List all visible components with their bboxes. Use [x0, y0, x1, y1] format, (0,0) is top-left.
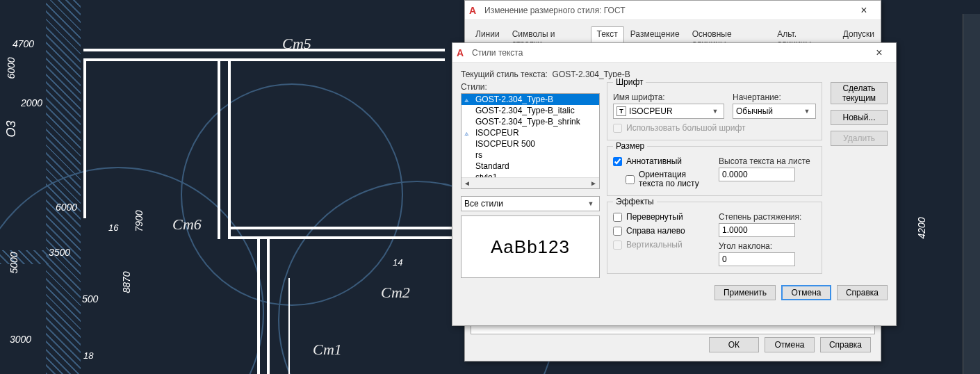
style-list-item[interactable]: Standard [462, 161, 599, 172]
cad-label: Ст1 [313, 341, 342, 359]
style-item-label: GOST-2.304_Type-B [475, 95, 553, 104]
cad-dim: О3 [4, 120, 19, 137]
right-ruler [963, 14, 980, 374]
style-item-label: GOST-2.304_Type-B_italic [475, 106, 575, 115]
font-name-label: Имя шрифта: [613, 92, 724, 102]
new-style-button[interactable]: Новый... [831, 110, 888, 125]
tab-tolerances[interactable]: Допуски [837, 26, 881, 43]
height-input[interactable] [719, 168, 795, 181]
vertical-checkbox [613, 241, 622, 250]
style-item-label: rs [475, 150, 482, 160]
app-icon: A [469, 5, 480, 16]
dialog-title: Изменение размерного стиля: ГОСТ [484, 6, 851, 15]
chevron-down-icon: ▼ [585, 200, 596, 207]
vertical-label: Вертикальный [626, 240, 683, 250]
truetype-icon: T [616, 106, 626, 116]
font-group: Шрифт Имя шрифта: T ISOCPEUR ▼ Начертани… [607, 82, 822, 140]
font-group-legend: Шрифт [613, 77, 646, 87]
flipped-checkbox[interactable] [613, 213, 622, 222]
cad-dim: 14 [393, 257, 402, 268]
orient-label: Ориентация текста по листу [639, 170, 710, 188]
size-group-legend: Размер [613, 141, 647, 151]
rtl-checkbox[interactable] [613, 227, 622, 236]
style-list-item[interactable]: ISOCPEUR 500 [462, 138, 599, 149]
style-list-item[interactable]: ⟁GOST-2.304_Type-B [462, 94, 599, 105]
scroll-left-icon[interactable]: ◄ [462, 178, 473, 188]
cancel-button[interactable]: Отмена [781, 285, 831, 300]
current-style-label: Текущий стиль текста: [461, 70, 548, 79]
flipped-label: Перевернутый [626, 212, 683, 222]
font-style-value: Обычный [736, 106, 801, 116]
annotative-icon: ⟁ [464, 129, 469, 137]
tab-text[interactable]: Текст [591, 26, 624, 43]
height-label: Высота текста на листе [719, 156, 816, 166]
cad-dim: 6000 [6, 57, 17, 79]
styles-listbox[interactable]: ⟁GOST-2.304_Type-BGOST-2.304_Type-B_ital… [461, 93, 600, 189]
cad-dim: 3000 [10, 334, 31, 345]
style-list-item[interactable]: GOST-2.304_Type-B_italic [462, 105, 599, 116]
cad-label: Ст6 [172, 216, 202, 234]
set-current-button[interactable]: Сделать текущим [831, 82, 888, 104]
list-hscrollbar[interactable]: ◄ ► [462, 177, 599, 188]
cad-dim: 3500 [49, 247, 70, 258]
tab-symbols[interactable]: Символы и стрелки [506, 26, 591, 43]
cad-dim: 18 [83, 350, 93, 361]
tab-primary-units[interactable]: Основные единицы [686, 26, 771, 43]
style-item-label: ISOCPEUR 500 [475, 139, 535, 149]
font-name-combo[interactable]: T ISOCPEUR ▼ [613, 104, 724, 119]
chevron-down-icon: ▼ [710, 108, 721, 115]
cad-label: Ст5 [282, 35, 311, 53]
effects-group-legend: Эффекты [613, 197, 657, 206]
text-style-dialog: A Стили текста × Текущий стиль текста: G… [452, 42, 897, 326]
bigfont-checkbox [613, 124, 622, 133]
tab-fit[interactable]: Размещение [624, 26, 686, 43]
dimstyle-tabs: Линии Символы и стрелки Текст Размещение… [465, 26, 881, 42]
oblique-label: Угол наклона: [719, 241, 816, 251]
help-button[interactable]: Справка [837, 285, 888, 300]
annotative-icon: ⟁ [464, 95, 469, 104]
cad-dim: 7900 [133, 210, 145, 231]
tab-alt-units[interactable]: Альт. единицы [771, 26, 837, 43]
style-list-item[interactable]: rs [462, 149, 599, 161]
cad-dim: 16 [108, 222, 118, 233]
font-preview: AaBb123 [461, 216, 600, 278]
cad-dim: 500 [82, 293, 98, 304]
ok-button[interactable]: ОК [709, 337, 759, 352]
cad-dim: 4700 [13, 38, 34, 49]
style-list-item[interactable]: ⟁ISOCPEUR [462, 127, 599, 138]
rtl-label: Справа налево [626, 226, 685, 236]
delete-style-button[interactable]: Удалить [831, 131, 888, 146]
app-icon: A [457, 47, 468, 58]
cad-label: Ст2 [381, 284, 410, 302]
dialog-titlebar[interactable]: A Изменение размерного стиля: ГОСТ × [465, 1, 881, 20]
close-icon[interactable]: × [851, 1, 876, 19]
help-button[interactable]: Справка [820, 337, 871, 352]
cad-dim: 6000 [56, 202, 77, 213]
current-style-line: Текущий стиль текста: GOST-2.304_Type-B [452, 63, 896, 82]
styles-label: Стили: [461, 82, 600, 92]
close-icon[interactable]: × [867, 44, 892, 62]
cancel-button[interactable]: Отмена [765, 337, 815, 352]
font-name-value: ISOCPEUR [629, 106, 710, 116]
oblique-input[interactable] [719, 252, 795, 266]
cad-dim: 2000 [21, 97, 42, 108]
font-style-combo[interactable]: Обычный ▼ [733, 104, 816, 119]
dialog-titlebar[interactable]: A Стили текста × [452, 43, 896, 63]
size-group: Размер Аннотативный Ориентация текста по… [607, 146, 822, 196]
chevron-down-icon: ▼ [801, 108, 812, 115]
stretch-input[interactable] [719, 223, 795, 237]
style-item-label: Standard [475, 161, 509, 171]
bigfont-row: Использовать большой шрифт [613, 123, 816, 133]
tab-lines[interactable]: Линии [469, 26, 506, 43]
font-style-label: Начертание: [733, 92, 816, 102]
annotative-label: Аннотативный [626, 156, 682, 166]
stretch-label: Степень растяжения: [719, 212, 816, 222]
style-item-label: ISOCPEUR [475, 128, 519, 138]
annotative-checkbox[interactable] [613, 157, 622, 166]
scroll-right-icon[interactable]: ► [588, 178, 599, 188]
orient-checkbox[interactable] [626, 175, 635, 184]
style-list-item[interactable]: GOST-2.304_Type-B_shrink [462, 116, 599, 127]
style-item-label: GOST-2.304_Type-B_shrink [475, 117, 580, 127]
style-filter-combo[interactable]: Все стили ▼ [461, 196, 600, 211]
apply-button[interactable]: Применить [714, 285, 776, 300]
